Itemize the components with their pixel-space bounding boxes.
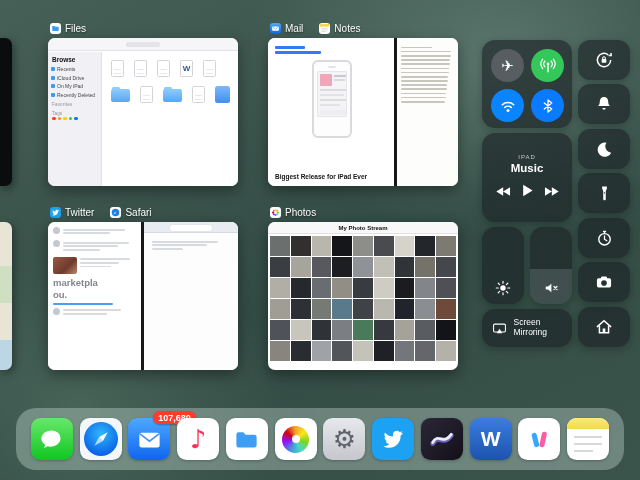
photos-title: My Photo Stream: [338, 225, 387, 231]
edge-card-dark[interactable]: [0, 38, 12, 186]
dock-app-music[interactable]: ♪: [177, 418, 219, 460]
file-item-folder: [163, 89, 182, 102]
twitter-bird-icon: [380, 426, 406, 452]
photo-thumbnail: [395, 320, 415, 340]
card-label-safari-text: Safari: [125, 207, 151, 218]
files-sidebar-item: On My iPad: [51, 83, 98, 89]
files-sidebar-item: Recents: [51, 66, 98, 72]
dock-app-apple-store[interactable]: [518, 418, 560, 460]
screen-mirroring-button[interactable]: Screen Mirroring: [482, 309, 572, 347]
tweet-skeleton: [53, 240, 136, 253]
dock-app-twitter[interactable]: [372, 418, 414, 460]
notes-text-line: [401, 47, 432, 49]
files-sidebar-item: iCloud Drive: [51, 75, 98, 81]
do-not-disturb-button[interactable]: [578, 129, 630, 169]
notes-text-line: [401, 84, 447, 86]
photo-thumbnail: [395, 257, 415, 277]
camera-button[interactable]: [578, 262, 630, 302]
mail-pane: Biggest Release for iPad Ever: [268, 38, 394, 186]
volume-slider[interactable]: [530, 227, 572, 304]
notes-line: [574, 443, 602, 445]
home-button[interactable]: [578, 307, 630, 347]
card-label-photos-text: Photos: [285, 207, 316, 218]
rewind-button[interactable]: [495, 183, 512, 201]
file-item-doc: [192, 86, 205, 103]
photos-icon: [270, 207, 281, 218]
photo-thumbnail: [291, 299, 311, 319]
files-sidebar-item: Recently Deleted: [51, 92, 98, 98]
photo-thumbnail: [374, 341, 394, 361]
music-device-label: IPAD: [518, 154, 536, 160]
notes-text-line: [401, 51, 451, 53]
photo-thumbnail: [332, 257, 352, 277]
photo-thumbnail: [270, 341, 290, 361]
brightness-slider[interactable]: [482, 227, 524, 304]
files-tag-dots: [52, 117, 98, 121]
screen-mirroring-icon: [491, 321, 508, 336]
dock-app-notes[interactable]: [567, 418, 609, 460]
moon-icon: [595, 140, 614, 159]
photo-thumbnail: [353, 278, 373, 298]
dock-app-photos[interactable]: [275, 418, 317, 460]
mail-icon: [270, 23, 281, 34]
dock-app-mail[interactable]: 107,680: [128, 418, 170, 460]
app-card-twitter-safari[interactable]: marketpla ou.: [48, 222, 238, 370]
app-card-files[interactable]: Browse RecentsiCloud DriveOn My iPadRece…: [48, 38, 238, 186]
notes-text-line: [401, 97, 446, 99]
notes-icon: [319, 23, 330, 34]
notes-text-line: [401, 68, 449, 70]
cellular-icon: [538, 56, 558, 76]
wifi-button[interactable]: [491, 89, 524, 122]
safari-pane: [144, 222, 238, 370]
volume-muted-icon: [542, 279, 560, 297]
files-sidebar-title: Browse: [52, 56, 98, 63]
photo-thumbnail: [415, 299, 435, 319]
dock-app-procreate[interactable]: [421, 418, 463, 460]
music-module[interactable]: IPAD Music: [482, 133, 572, 222]
connectivity-module: ✈: [482, 40, 572, 128]
fast-forward-button[interactable]: [543, 183, 560, 201]
dock-app-settings[interactable]: ⚙: [323, 418, 365, 460]
dock-app-messages[interactable]: [31, 418, 73, 460]
mute-button[interactable]: [578, 84, 630, 124]
timer-button[interactable]: [578, 218, 630, 258]
photo-thumbnail: [415, 341, 435, 361]
flashlight-button[interactable]: [578, 173, 630, 213]
file-item-doc: [111, 60, 124, 77]
bluetooth-button[interactable]: [531, 89, 564, 122]
app-card-photos[interactable]: My Photo Stream: [268, 222, 458, 370]
dock-app-files[interactable]: [226, 418, 268, 460]
timer-icon: [595, 229, 614, 248]
file-item-doc: [134, 60, 147, 77]
word-w-icon: W: [481, 427, 501, 451]
photo-thumbnail: [332, 299, 352, 319]
tweet-big-text-2: ou.: [53, 290, 136, 300]
card-label-photos: Photos: [270, 206, 316, 218]
photos-grid: [268, 234, 458, 363]
photo-thumbnail: [291, 278, 311, 298]
dock-app-safari[interactable]: [80, 418, 122, 460]
airplane-icon: ✈: [501, 57, 514, 75]
twitter-icon: [50, 207, 61, 218]
dock-app-word[interactable]: W: [470, 418, 512, 460]
airplane-mode-button[interactable]: ✈: [491, 49, 524, 82]
notes-text-line: [401, 76, 448, 78]
rotation-lock-button[interactable]: [578, 40, 630, 80]
files-folder-icon: [233, 426, 260, 453]
tweet-photo: [53, 257, 77, 274]
photo-thumbnail: [436, 236, 456, 256]
photo-thumbnail: [436, 299, 456, 319]
cellular-data-button[interactable]: [531, 49, 564, 82]
card-label-notes-text: Notes: [334, 23, 360, 34]
play-button[interactable]: [521, 183, 534, 202]
wifi-icon: [498, 96, 518, 116]
files-section-favorites: Favorites: [52, 102, 98, 107]
photo-thumbnail: [332, 278, 352, 298]
photo-thumbnail: [415, 278, 435, 298]
app-card-mail-notes[interactable]: Biggest Release for iPad Ever: [268, 38, 458, 186]
photo-thumbnail: [312, 341, 332, 361]
photo-thumbnail: [332, 341, 352, 361]
photo-thumbnail: [312, 278, 332, 298]
edge-card-maps[interactable]: [0, 222, 12, 370]
photo-thumbnail: [415, 236, 435, 256]
